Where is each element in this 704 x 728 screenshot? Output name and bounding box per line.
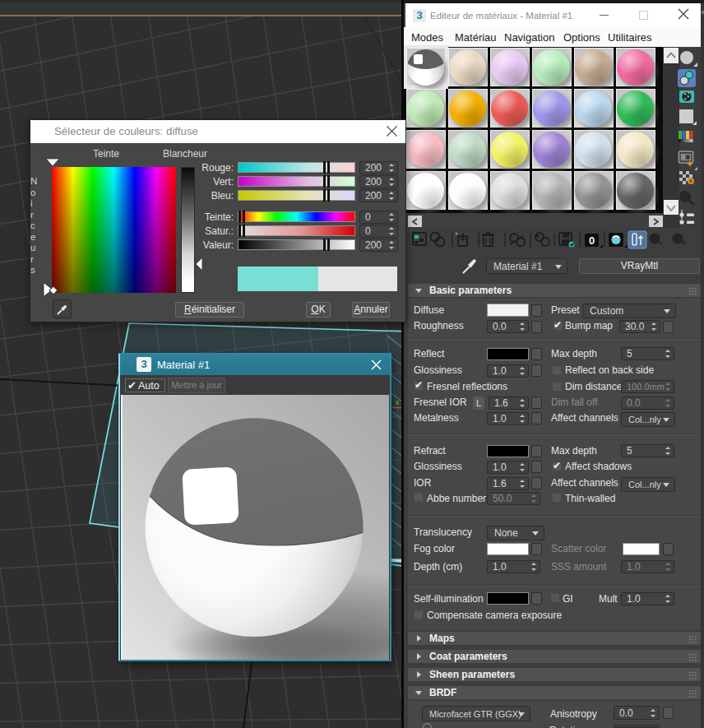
svg-text:x: x bbox=[396, 398, 400, 406]
svg-text:0: 0 bbox=[589, 234, 595, 247]
